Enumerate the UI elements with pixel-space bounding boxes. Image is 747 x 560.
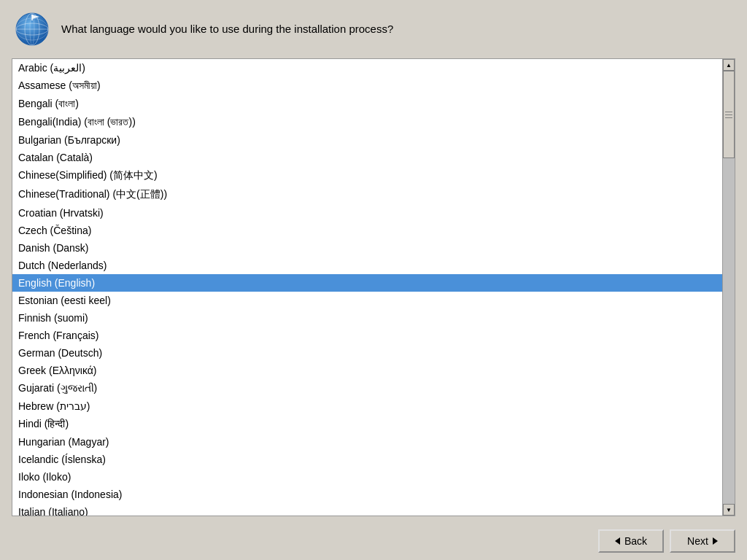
next-label: Next xyxy=(687,535,708,547)
main-content: Arabic (العربية)Assamese (অসমীয়া)Bengal… xyxy=(0,58,747,522)
scrollbar-down-btn[interactable]: ▼ xyxy=(723,504,735,516)
header: What language would you like to use duri… xyxy=(0,0,747,58)
language-item[interactable]: Italian (Italiano) xyxy=(12,503,722,516)
language-item[interactable]: Bengali(India) (বাংলা (ভারত)) xyxy=(12,113,722,131)
back-button[interactable]: Back xyxy=(598,529,664,553)
language-item[interactable]: Croatian (Hrvatski) xyxy=(12,204,722,222)
language-item[interactable]: Hebrew (עברית) xyxy=(12,397,722,415)
footer: Back Next xyxy=(0,522,747,560)
language-list[interactable]: Arabic (العربية)Assamese (অসমীয়া)Bengal… xyxy=(12,59,722,516)
language-item[interactable]: Gujarati (ગુજરાતી) xyxy=(12,379,722,397)
language-item[interactable]: Greek (Ελληνικά) xyxy=(12,362,722,379)
header-question: What language would you like to use duri… xyxy=(61,21,393,38)
language-item[interactable]: Arabic (العربية) xyxy=(12,59,722,77)
language-item[interactable]: Catalan (Català) xyxy=(12,149,722,166)
language-item[interactable]: French (Français) xyxy=(12,327,722,344)
language-item[interactable]: Hindi (हिन्दी) xyxy=(12,415,722,433)
language-item[interactable]: Finnish (suomi) xyxy=(12,309,722,327)
language-item[interactable]: German (Deutsch) xyxy=(12,344,722,362)
language-list-container: Arabic (العربية)Assamese (অসমীয়া)Bengal… xyxy=(12,58,735,516)
scrollbar-up-btn[interactable]: ▲ xyxy=(723,59,735,71)
scrollbar-thumb[interactable] xyxy=(723,71,735,158)
language-item[interactable]: Bulgarian (Български) xyxy=(12,131,722,149)
globe-icon xyxy=(15,12,50,47)
language-item[interactable]: Bengali (বাংলা) xyxy=(12,95,722,113)
back-arrow-icon xyxy=(615,537,620,545)
language-item[interactable]: Hungarian (Magyar) xyxy=(12,433,722,451)
language-item[interactable]: Danish (Dansk) xyxy=(12,239,722,257)
scrollbar-thumb-area[interactable] xyxy=(723,71,735,504)
language-item[interactable]: Czech (Čeština) xyxy=(12,222,722,239)
scrollbar[interactable]: ▲ ▼ xyxy=(722,59,735,516)
language-item[interactable]: Iloko (Iloko) xyxy=(12,468,722,486)
next-arrow-icon xyxy=(713,537,718,545)
language-item[interactable]: Icelandic (Íslenska) xyxy=(12,451,722,468)
language-item[interactable]: English (English) xyxy=(12,274,722,292)
language-item[interactable]: Chinese(Traditional) (中文(正體)) xyxy=(12,185,722,204)
language-item[interactable]: Indonesian (Indonesia) xyxy=(12,486,722,503)
next-button[interactable]: Next xyxy=(670,529,735,553)
language-item[interactable]: Chinese(Simplified) (简体中文) xyxy=(12,166,722,185)
language-item[interactable]: Dutch (Nederlands) xyxy=(12,257,722,274)
back-label: Back xyxy=(624,535,647,547)
language-item[interactable]: Assamese (অসমীয়া) xyxy=(12,77,722,95)
language-item[interactable]: Estonian (eesti keel) xyxy=(12,292,722,309)
